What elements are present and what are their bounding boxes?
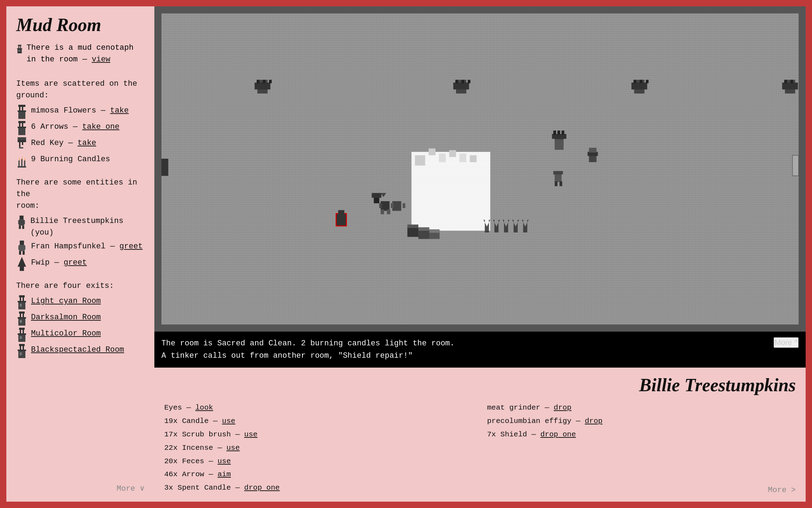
svg-rect-2: [20, 46, 21, 48]
drop-effigy-link[interactable]: drop: [585, 417, 602, 425]
svg-rect-97: [372, 193, 381, 198]
svg-rect-33: [19, 226, 21, 229]
svg-rect-0: [18, 45, 21, 46]
drop-shield-link[interactable]: drop one: [540, 430, 576, 439]
svg-rect-45: [23, 297, 24, 301]
svg-rect-7: [18, 105, 25, 107]
billie-icon: [16, 215, 27, 229]
svg-rect-89: [429, 149, 435, 155]
svg-rect-79: [633, 80, 636, 83]
svg-rect-105: [391, 203, 394, 208]
svg-rect-74: [455, 80, 458, 83]
svg-rect-17: [18, 140, 26, 142]
inv-effigy: precolumbian effigy — drop: [487, 415, 796, 428]
svg-rect-113: [407, 224, 418, 228]
svg-rect-40: [23, 251, 25, 255]
inv-eyes: Eyes — look: [164, 401, 473, 415]
svg-rect-115: [418, 227, 429, 231]
left-panel: Mud Room There is a mud cenotaph in the …: [6, 6, 154, 502]
svg-rect-80: [640, 80, 642, 83]
svg-marker-26: [22, 156, 23, 159]
svg-rect-24: [24, 161, 25, 167]
svg-rect-62: [20, 346, 21, 350]
look-link[interactable]: look: [195, 404, 213, 412]
entity-fwip: Fwip — greet: [16, 257, 144, 271]
svg-rect-55: [19, 328, 25, 330]
svg-rect-69: [257, 80, 259, 83]
svg-rect-9: [22, 107, 23, 110]
svg-rect-86: [793, 155, 799, 176]
svg-rect-54: [20, 320, 22, 323]
svg-marker-109: [503, 220, 509, 232]
svg-rect-126: [589, 148, 596, 153]
svg-rect-95: [338, 210, 344, 216]
svg-rect-64: [18, 350, 26, 351]
inv-spent-candle: 3x Spent Candle — drop one: [164, 481, 473, 495]
svg-rect-31: [18, 220, 20, 224]
svg-marker-27: [25, 158, 25, 161]
svg-rect-119: [552, 134, 566, 139]
greet-fran-link[interactable]: greet: [119, 242, 143, 251]
svg-rect-102: [381, 210, 384, 214]
svg-marker-25: [19, 158, 20, 161]
svg-rect-3: [17, 48, 22, 49]
exit-lightcyan-link[interactable]: Light cyan Room: [31, 295, 101, 307]
svg-marker-110: [512, 220, 519, 232]
svg-rect-51: [23, 314, 24, 317]
drop-meat-grinder-link[interactable]: drop: [554, 404, 571, 412]
svg-rect-46: [18, 301, 26, 302]
use-scrub-link[interactable]: use: [244, 430, 258, 439]
svg-rect-58: [18, 333, 26, 335]
message-more-button[interactable]: More ^: [774, 337, 799, 348]
svg-rect-38: [23, 246, 25, 250]
arrows-icon: [16, 121, 27, 135]
mimosa-icon: [16, 105, 27, 119]
svg-rect-1: [18, 46, 19, 48]
take-mimosa-link[interactable]: take: [110, 106, 129, 115]
candles-icon: [16, 153, 27, 168]
svg-rect-93: [470, 155, 476, 162]
exit-blackspectacled-link[interactable]: Blackspectacled Room: [31, 344, 124, 356]
svg-rect-48: [20, 304, 22, 307]
items-header: Items are scattered on the ground:: [16, 78, 144, 101]
svg-rect-44: [20, 297, 21, 301]
svg-rect-76: [468, 80, 470, 83]
exit-lightcyan-icon: [16, 295, 27, 309]
view-cenotaph-link[interactable]: view: [92, 55, 110, 64]
char-more-button[interactable]: More >: [768, 486, 796, 495]
greet-fwip-link[interactable]: greet: [63, 258, 87, 267]
redkey-icon: [16, 137, 27, 151]
svg-rect-56: [20, 330, 21, 333]
svg-rect-18: [19, 142, 20, 147]
take-arrows-link[interactable]: take one: [82, 122, 119, 131]
left-more-button[interactable]: More ∨: [117, 484, 144, 493]
take-redkey-link[interactable]: take: [78, 139, 96, 147]
svg-rect-66: [20, 352, 22, 355]
svg-rect-117: [429, 229, 439, 233]
exit-darksalmon-link[interactable]: Darksalmon Room: [31, 312, 101, 323]
exit-multicolor-link[interactable]: Multicolor Room: [31, 328, 101, 339]
use-incense-link[interactable]: use: [226, 444, 240, 452]
aim-arrow-link[interactable]: aim: [217, 470, 231, 478]
map-sprites: [161, 13, 799, 325]
svg-rect-128: [553, 171, 563, 175]
svg-rect-68: [254, 83, 270, 89]
svg-rect-15: [18, 127, 26, 128]
svg-rect-71: [269, 80, 272, 83]
svg-rect-20: [18, 137, 26, 140]
svg-rect-61: [19, 344, 25, 346]
use-candle-link[interactable]: use: [222, 417, 235, 425]
fran-icon: [16, 241, 27, 255]
inventory-right: meat grinder — drop precolumbian effigy …: [487, 401, 796, 495]
exit-blackspectacled: Blackspectacled Room: [16, 344, 144, 358]
use-feces-link[interactable]: use: [217, 457, 231, 465]
drop-spent-candle-link[interactable]: drop one: [244, 484, 280, 492]
svg-rect-122: [561, 131, 564, 135]
inv-shield: 7x Shield — drop one: [487, 428, 796, 441]
inv-scrub: 17x Scrub brush — use: [164, 428, 473, 441]
svg-rect-50: [20, 314, 21, 317]
svg-rect-63: [23, 346, 24, 350]
svg-rect-60: [20, 336, 22, 339]
svg-rect-73: [453, 83, 469, 89]
svg-rect-19: [22, 142, 23, 145]
